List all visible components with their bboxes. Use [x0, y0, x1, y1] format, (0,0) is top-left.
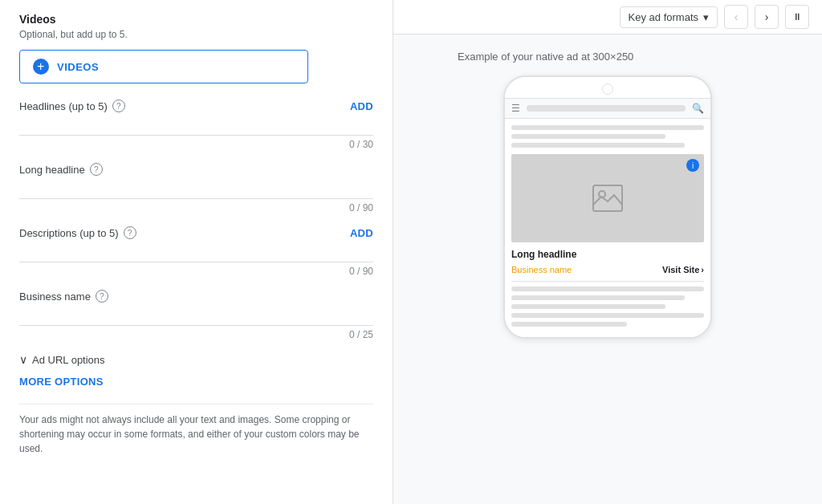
long-headline-help-icon[interactable]: ? — [90, 163, 103, 176]
content-line — [511, 134, 665, 139]
content-line — [511, 125, 704, 130]
key-ad-formats-label: Key ad formats — [629, 11, 698, 23]
disclaimer-text: Your ads might not always include all yo… — [19, 404, 373, 456]
dropdown-arrow-icon: ▾ — [703, 11, 709, 23]
plus-icon: + — [33, 59, 49, 75]
content-line — [511, 304, 665, 309]
pause-icon: ⏸ — [792, 11, 802, 22]
headlines-add-button[interactable]: ADD — [350, 100, 373, 112]
descriptions-label: Descriptions (up to 5) ? — [19, 226, 136, 239]
url-options-label: Ad URL options — [32, 354, 105, 366]
content-line — [511, 295, 685, 300]
headlines-field: Headlines (up to 5) ? ADD 0 / 30 — [19, 100, 373, 150]
content-line — [511, 143, 685, 148]
chevron-right-small-icon: › — [701, 265, 704, 274]
long-headline-label: Long headline ? — [19, 163, 103, 176]
phone-camera — [602, 83, 613, 95]
long-headline-char-count: 0 / 90 — [19, 202, 373, 213]
right-panel: Key ad formats ▾ ‹ › ⏸ Example of your n… — [393, 0, 822, 504]
descriptions-help-icon[interactable]: ? — [124, 226, 136, 239]
browser-search-icon: 🔍 — [692, 103, 704, 114]
business-name-label-row: Business name ? — [19, 290, 373, 303]
phone-top — [505, 77, 710, 98]
ad-image-block: i — [511, 154, 704, 242]
right-header: Key ad formats ▾ ‹ › ⏸ — [393, 0, 822, 35]
ad-visit-site-link[interactable]: Visit Site › — [662, 265, 704, 274]
headlines-label-row: Headlines (up to 5) ? ADD — [19, 100, 373, 112]
descriptions-field: Descriptions (up to 5) ? ADD 0 / 90 — [19, 226, 373, 277]
pause-button[interactable]: ⏸ — [785, 5, 809, 29]
long-headline-label-row: Long headline ? — [19, 163, 373, 176]
business-name-char-count: 0 / 25 — [19, 329, 373, 340]
browser-url-bar — [527, 105, 686, 112]
descriptions-label-row: Descriptions (up to 5) ? ADD — [19, 226, 373, 239]
videos-button[interactable]: + VIDEOS — [19, 50, 308, 83]
chevron-right-icon: › — [765, 10, 769, 23]
descriptions-add-button[interactable]: ADD — [350, 227, 373, 239]
headlines-char-count: 0 / 30 — [19, 139, 373, 150]
phone-browser-bar: ☰ 🔍 — [505, 98, 710, 119]
content-lines-top — [511, 125, 704, 148]
ad-business-row: Business name Visit Site › — [511, 265, 704, 274]
more-options-button[interactable]: MORE OPTIONS — [19, 376, 104, 388]
ad-info-badge: i — [686, 159, 699, 172]
business-name-help-icon[interactable]: ? — [96, 290, 108, 303]
long-headline-field: Long headline ? 0 / 90 — [19, 163, 373, 213]
image-placeholder-icon — [592, 184, 624, 213]
url-options-row[interactable]: ∨ Ad URL options — [19, 353, 373, 366]
descriptions-input[interactable] — [19, 242, 373, 262]
descriptions-char-count: 0 / 90 — [19, 266, 373, 277]
chevron-left-icon: ‹ — [735, 10, 739, 23]
content-line — [511, 313, 704, 318]
preview-area: Example of your native ad at 300×250 ☰ 🔍 — [393, 35, 822, 504]
content-line — [511, 322, 627, 327]
phone-content: i Long headline Business name — [505, 119, 710, 337]
videos-button-label: VIDEOS — [57, 61, 99, 73]
main-container: Videos Optional, but add up to 5. + VIDE… — [0, 0, 822, 504]
content-line — [511, 287, 704, 291]
phone-mockup: ☰ 🔍 i — [503, 75, 712, 339]
long-headline-input[interactable] — [19, 179, 373, 199]
headlines-input[interactable] — [19, 116, 373, 136]
videos-title: Videos — [19, 13, 373, 26]
business-name-field: Business name ? 0 / 25 — [19, 290, 373, 340]
divider — [511, 281, 704, 282]
ad-long-headline: Long headline — [511, 249, 704, 260]
chevron-down-icon: ∨ — [19, 353, 27, 366]
key-ad-formats-button[interactable]: Key ad formats ▾ — [620, 6, 718, 28]
headlines-help-icon[interactable]: ? — [112, 100, 125, 112]
videos-section: Videos Optional, but add up to 5. + VIDE… — [19, 13, 373, 83]
left-panel: Videos Optional, but add up to 5. + VIDE… — [0, 0, 393, 504]
content-lines-bottom — [511, 287, 704, 327]
preview-label: Example of your native ad at 300×250 — [458, 51, 633, 63]
next-nav-button[interactable]: › — [755, 5, 779, 29]
business-name-input[interactable] — [19, 306, 373, 326]
videos-subtitle: Optional, but add up to 5. — [19, 29, 373, 40]
browser-menu-icon: ☰ — [511, 103, 520, 114]
headlines-label: Headlines (up to 5) ? — [19, 100, 125, 112]
prev-nav-button[interactable]: ‹ — [724, 5, 748, 29]
ad-business-name: Business name — [511, 265, 572, 274]
business-name-label: Business name ? — [19, 290, 108, 303]
